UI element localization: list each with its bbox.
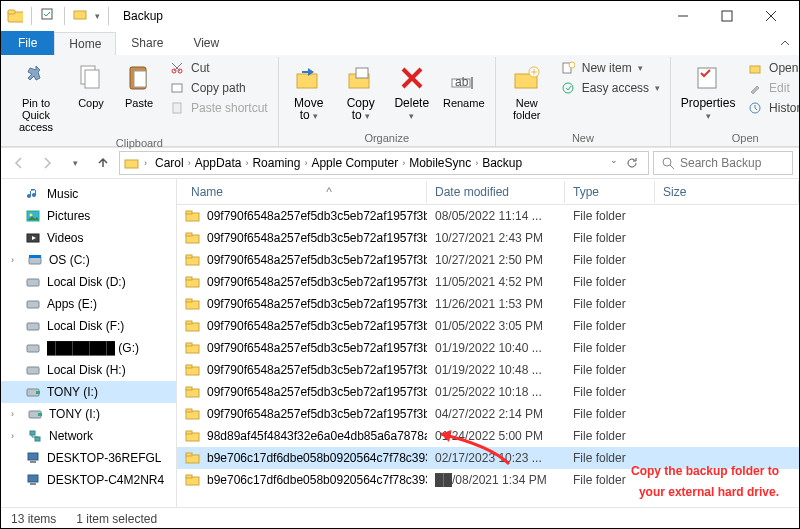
copy-to-button[interactable]: Copy to ▾ bbox=[337, 59, 385, 130]
breadcrumb-box[interactable]: › Carol› AppData› Roaming› Apple Compute… bbox=[119, 151, 649, 175]
svg-point-45 bbox=[663, 158, 671, 166]
move-to-button[interactable]: Move to ▾ bbox=[285, 59, 333, 130]
sidebar-item[interactable]: ›Network bbox=[1, 425, 176, 447]
tab-file[interactable]: File bbox=[1, 31, 54, 55]
svg-rect-82 bbox=[186, 365, 192, 368]
folder-icon bbox=[185, 252, 201, 268]
qat-dropdown-icon[interactable]: ▾ bbox=[95, 11, 100, 21]
nav-recent-button[interactable]: ▾ bbox=[63, 151, 87, 175]
delete-button[interactable]: Delete ▾ bbox=[389, 59, 435, 130]
table-row[interactable]: 09f790f6548a257ef5db3c5eb72af1957f3b2a..… bbox=[177, 315, 799, 337]
open-button[interactable]: Open ▾ bbox=[747, 59, 800, 77]
svg-rect-29 bbox=[698, 68, 716, 88]
disk-icon bbox=[25, 296, 41, 312]
svg-rect-52 bbox=[27, 279, 39, 286]
ribbon-tabs: File Home Share View bbox=[1, 31, 799, 55]
folder-icon bbox=[185, 296, 201, 312]
close-button[interactable] bbox=[749, 2, 793, 30]
sidebar-item[interactable]: DESKTOP-36REFGL bbox=[1, 447, 176, 469]
properties-button[interactable]: Properties ▾ bbox=[677, 59, 739, 130]
crumb: MobileSync bbox=[405, 156, 475, 170]
sidebar-item[interactable]: Local Disk (D:) bbox=[1, 271, 176, 293]
sidebar-item[interactable]: Apps (E:) bbox=[1, 293, 176, 315]
paste-button[interactable]: Paste bbox=[117, 59, 161, 135]
pc-icon bbox=[25, 450, 41, 466]
svg-line-46 bbox=[670, 165, 674, 169]
table-row[interactable]: 09f790f6548a257ef5db3c5eb72af1957f3b2a..… bbox=[177, 271, 799, 293]
svg-rect-44 bbox=[125, 160, 138, 168]
qat-newfolder-icon[interactable] bbox=[73, 8, 89, 24]
os-icon bbox=[27, 252, 43, 268]
table-row[interactable]: 09f790f6548a257ef5db3c5eb72af1957f3b2a..… bbox=[177, 205, 799, 227]
svg-rect-16 bbox=[297, 74, 317, 88]
sidebar-item[interactable]: ████████ (G:) bbox=[1, 337, 176, 359]
easy-access-button[interactable]: Easy access ▾ bbox=[560, 79, 660, 97]
nav-up-button[interactable] bbox=[91, 151, 115, 175]
history-button[interactable]: History bbox=[747, 99, 800, 117]
ribbon: Pin to Quick access Copy Paste Cut Copy … bbox=[1, 55, 799, 147]
qat-properties-icon[interactable] bbox=[40, 8, 56, 24]
svg-rect-51 bbox=[29, 255, 41, 258]
maximize-button[interactable] bbox=[705, 2, 749, 30]
svg-rect-74 bbox=[186, 277, 192, 280]
sidebar-item[interactable]: ›TONY (I:) bbox=[1, 403, 176, 425]
table-row[interactable]: 09f790f6548a257ef5db3c5eb72af1957f3b2a..… bbox=[177, 381, 799, 403]
folder-icon bbox=[185, 340, 201, 356]
history-icon bbox=[747, 100, 763, 116]
disk-icon bbox=[25, 362, 41, 378]
table-row[interactable]: 09f790f6548a257ef5db3c5eb72af1957f3b2a..… bbox=[177, 403, 799, 425]
new-item-button[interactable]: New item ▾ bbox=[560, 59, 660, 77]
ribbon-collapse-icon[interactable] bbox=[777, 35, 793, 51]
sidebar-item[interactable]: DESKTOP-C4M2NR4 bbox=[1, 469, 176, 491]
sidebar-item[interactable]: Local Disk (H:) bbox=[1, 359, 176, 381]
refresh-icon[interactable] bbox=[624, 155, 640, 171]
search-input[interactable]: Search Backup bbox=[653, 151, 793, 175]
svg-rect-64 bbox=[30, 461, 36, 463]
nav-back-button[interactable] bbox=[7, 151, 31, 175]
table-row[interactable]: 09f790f6548a257ef5db3c5eb72af1957f3b2a..… bbox=[177, 227, 799, 249]
sidebar-item[interactable]: ›OS (C:) bbox=[1, 249, 176, 271]
folder-icon bbox=[185, 384, 201, 400]
cut-button[interactable]: Cut bbox=[169, 59, 268, 77]
addr-dropdown-icon[interactable]: ⌄ bbox=[610, 155, 618, 171]
table-row[interactable]: 09f790f6548a257ef5db3c5eb72af1957f3b2a..… bbox=[177, 249, 799, 271]
sidebar[interactable]: MusicPicturesVideos›OS (C:)Local Disk (D… bbox=[1, 179, 177, 507]
sidebar-item[interactable]: Pictures bbox=[1, 205, 176, 227]
tab-home[interactable]: Home bbox=[54, 32, 116, 55]
table-row[interactable]: 09f790f6548a257ef5db3c5eb72af1957f3b2a..… bbox=[177, 359, 799, 381]
nav-forward-button[interactable] bbox=[35, 151, 59, 175]
address-bar: ▾ › Carol› AppData› Roaming› Apple Compu… bbox=[1, 147, 799, 179]
disk-icon bbox=[25, 318, 41, 334]
table-row[interactable]: 09f790f6548a257ef5db3c5eb72af1957f3b2a..… bbox=[177, 337, 799, 359]
sidebar-item[interactable]: Local Disk (F:) bbox=[1, 315, 176, 337]
sidebar-item[interactable]: TONY (I:) bbox=[1, 381, 176, 403]
tab-share[interactable]: Share bbox=[116, 31, 178, 55]
svg-rect-66 bbox=[30, 483, 36, 485]
disk-icon bbox=[25, 274, 41, 290]
usb-icon bbox=[27, 406, 43, 422]
svg-point-28 bbox=[563, 83, 573, 93]
edit-button[interactable]: Edit bbox=[747, 79, 800, 97]
column-headers[interactable]: Name ^ Date modified Type Size bbox=[177, 179, 799, 205]
tab-view[interactable]: View bbox=[178, 31, 234, 55]
minimize-button[interactable] bbox=[661, 2, 705, 30]
rename-button[interactable]: ab Rename bbox=[439, 59, 489, 130]
pin-quickaccess-button[interactable]: Pin to Quick access bbox=[7, 59, 65, 135]
annotation-arrow bbox=[431, 426, 511, 466]
copy-button[interactable]: Copy bbox=[69, 59, 113, 135]
sidebar-item[interactable]: Music bbox=[1, 183, 176, 205]
window-title: Backup bbox=[123, 9, 163, 23]
group-new: New folder New item ▾ Easy access ▾ New bbox=[496, 57, 671, 146]
new-folder-button[interactable]: New folder bbox=[502, 59, 552, 130]
svg-rect-15 bbox=[173, 103, 181, 113]
folder-icon bbox=[185, 472, 201, 488]
paste-shortcut-button[interactable]: Paste shortcut bbox=[169, 99, 268, 117]
copy-path-button[interactable]: Copy path bbox=[169, 79, 268, 97]
svg-rect-68 bbox=[186, 211, 192, 214]
sidebar-item[interactable]: Videos bbox=[1, 227, 176, 249]
network-icon bbox=[27, 428, 43, 444]
music-icon bbox=[25, 186, 41, 202]
folder-icon bbox=[185, 362, 201, 378]
table-row[interactable]: 09f790f6548a257ef5db3c5eb72af1957f3b2a..… bbox=[177, 293, 799, 315]
svg-rect-55 bbox=[27, 345, 39, 352]
